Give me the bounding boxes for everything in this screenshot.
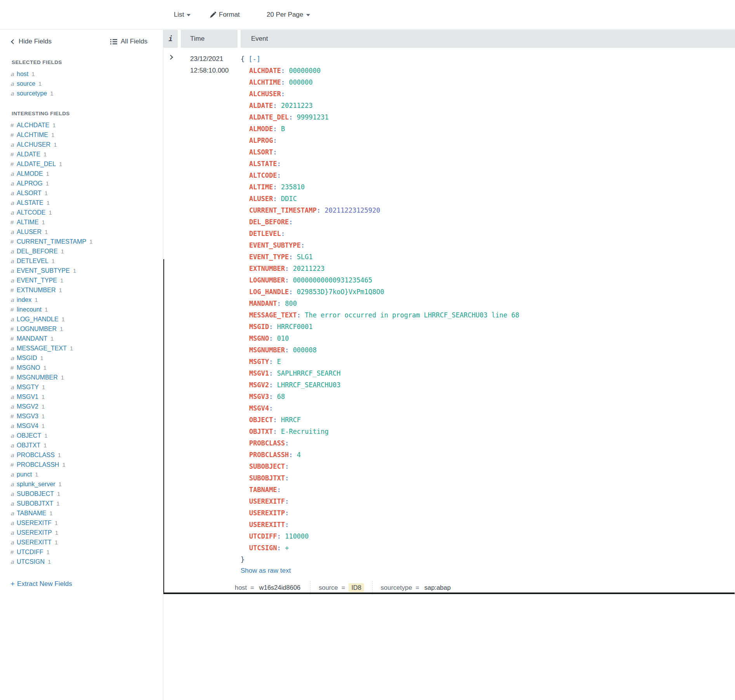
field-list-item[interactable]: # MSGNO 1 [0, 363, 163, 373]
json-value[interactable]: 110000 [285, 532, 309, 540]
json-value[interactable]: 235810 [281, 183, 305, 191]
json-key[interactable]: MSGID [249, 323, 269, 331]
json-key[interactable]: EVENT_SUBTYPE [249, 241, 301, 249]
json-value[interactable]: 99991231 [297, 113, 329, 121]
json-key[interactable]: MSGV1 [249, 369, 269, 377]
json-value[interactable]: LHRRCF_SEARCHU03 [277, 381, 341, 389]
field-list-item[interactable]: a splunk_server 1 [0, 479, 163, 489]
field-list-item[interactable]: # PROBCLASSH 1 [0, 460, 163, 470]
json-key[interactable]: MSGTY [249, 358, 269, 366]
field-list-item[interactable]: # MANDANT 1 [0, 334, 163, 343]
json-key[interactable]: USEREXITP [249, 509, 285, 517]
json-key[interactable]: ALDATE_DEL [249, 113, 289, 121]
json-value[interactable]: HRRCF0001 [277, 323, 313, 331]
json-value[interactable]: 20211223 [281, 102, 313, 109]
extract-new-fields-button[interactable]: + Extract New Fields [10, 580, 72, 588]
field-list-item[interactable]: a DETLEVEL 1 [0, 256, 163, 266]
field-list-item[interactable]: # linecount 1 [0, 305, 163, 314]
field-list-item[interactable]: # ALDATE 1 [0, 149, 163, 159]
field-list-item[interactable]: # ALCHTIME 1 [0, 130, 163, 140]
field-list-item[interactable]: a ALTCODE 1 [0, 208, 163, 217]
json-key[interactable]: OBJTXT [249, 428, 273, 435]
json-key[interactable]: CURRENT_TIMESTAMP [249, 206, 317, 214]
json-key[interactable]: EVENT_TYPE [249, 253, 289, 261]
field-list-item[interactable]: # MSGNUMBER 1 [0, 373, 163, 382]
json-key[interactable]: ALSORT [249, 148, 273, 156]
json-key[interactable]: MSGNO [249, 334, 269, 342]
json-value[interactable]: 68 [277, 393, 285, 400]
json-key[interactable]: EXTNUMBER [249, 265, 285, 272]
json-key[interactable]: UTCSIGN [249, 544, 277, 552]
json-value[interactable]: 800 [285, 300, 297, 307]
field-list-item[interactable]: # LOGNUMBER 1 [0, 324, 163, 334]
json-key[interactable]: USEREXITF [249, 497, 285, 505]
field-list-item[interactable]: a MSGTY 1 [0, 382, 163, 392]
json-key[interactable]: ALDATE [249, 102, 273, 109]
json-key[interactable]: UTCDIFF [249, 532, 277, 540]
field-list-item[interactable]: a OBJECT 1 [0, 431, 163, 440]
list-view-dropdown[interactable]: List [174, 0, 191, 29]
field-list-item[interactable]: a ALUSER 1 [0, 227, 163, 237]
tag-value[interactable]: ID8 [348, 583, 364, 592]
field-list-item[interactable]: # ALTIME 1 [0, 217, 163, 227]
field-list-item[interactable]: a MSGID 1 [0, 353, 163, 363]
json-key[interactable]: DETLEVEL [249, 230, 281, 237]
field-list-item[interactable]: a MSGV4 1 [0, 421, 163, 431]
field-list-item[interactable]: a DEL_BEFORE 1 [0, 246, 163, 256]
json-value[interactable]: 4 [297, 451, 301, 459]
json-key[interactable]: SUBOBJECT [249, 463, 285, 470]
field-list-item[interactable]: a USEREXITP 1 [0, 528, 163, 537]
field-list-item[interactable]: a ALCHUSER 1 [0, 140, 163, 149]
field-list-item[interactable]: a MESSAGE_TEXT 1 [0, 343, 163, 353]
field-list-item[interactable]: # CURRENT_TIMESTAMP 1 [0, 237, 163, 246]
field-list-item[interactable]: a EVENT_TYPE 1 [0, 275, 163, 285]
field-list-item[interactable]: # UTCDIFF 1 [0, 547, 163, 557]
json-value[interactable]: 010 [277, 334, 289, 342]
json-value[interactable]: SAPLHRRCF_SEARCH [277, 369, 341, 377]
json-key[interactable]: MSGV3 [249, 393, 269, 400]
per-page-dropdown[interactable]: 20 Per Page [267, 0, 310, 29]
field-list-item[interactable]: a OBJTXT 1 [0, 440, 163, 450]
json-key[interactable]: ALCHUSER [249, 90, 281, 98]
json-key[interactable]: TABNAME [249, 486, 277, 494]
field-list-item[interactable]: a host 1 [0, 69, 163, 79]
field-list-item[interactable]: a ALSTATE 1 [0, 198, 163, 208]
json-key[interactable]: MSGV2 [249, 381, 269, 389]
field-list-item[interactable]: # ALCHDATE 1 [0, 120, 163, 130]
json-key[interactable]: ALPROG [249, 137, 273, 144]
tag-value[interactable]: w16s24id8606 [258, 583, 302, 592]
json-value[interactable]: 000008 [293, 346, 317, 354]
json-value[interactable]: B [281, 125, 285, 133]
json-value[interactable]: HRRCF [281, 416, 301, 424]
field-list-item[interactable]: a LOG_HANDLE 1 [0, 314, 163, 324]
hide-fields-button[interactable]: Hide Fields [12, 38, 52, 45]
json-key[interactable]: LOG_HANDLE [249, 288, 289, 296]
field-list-item[interactable]: a UTCSIGN 1 [0, 557, 163, 567]
json-key[interactable]: ALUSER [249, 195, 273, 203]
json-key[interactable]: PROBCLASS [249, 439, 285, 447]
json-key[interactable]: MESSAGE_TEXT [249, 311, 297, 319]
json-key[interactable]: DEL_BEFORE [249, 218, 289, 226]
field-list-item[interactable]: a SUBOBJTXT 1 [0, 499, 163, 508]
expand-event-button[interactable] [169, 54, 172, 60]
field-list-item[interactable]: a EVENT_SUBTYPE 1 [0, 266, 163, 275]
field-list-item[interactable]: a MSGV2 1 [0, 402, 163, 411]
field-list-item[interactable]: a source 1 [0, 79, 163, 88]
field-list-item[interactable]: a ALMODE 1 [0, 169, 163, 178]
json-key[interactable]: ALSTATE [249, 160, 277, 168]
all-fields-button[interactable]: All Fields [110, 38, 147, 45]
json-value[interactable]: E [277, 358, 281, 366]
field-list-item[interactable]: a TABNAME 1 [0, 508, 163, 518]
json-value[interactable]: E-Recruiting [281, 428, 329, 435]
json-key[interactable]: USEREXITT [249, 521, 285, 528]
json-value[interactable]: 000000 [289, 78, 312, 86]
field-list-item[interactable]: a index 1 [0, 295, 163, 305]
collapse-json-link[interactable]: [-] [249, 55, 261, 63]
field-list-item[interactable]: a MSGV1 1 [0, 392, 163, 402]
json-key[interactable]: LOGNUMBER [249, 276, 285, 284]
field-list-item[interactable]: a PROBCLASS 1 [0, 450, 163, 460]
field-list-item[interactable]: # MSGV3 1 [0, 411, 163, 421]
json-key[interactable]: SUBOBJTXT [249, 474, 285, 482]
json-key[interactable]: ALTIME [249, 183, 273, 191]
field-list-item[interactable]: a USEREXITT 1 [0, 537, 163, 547]
